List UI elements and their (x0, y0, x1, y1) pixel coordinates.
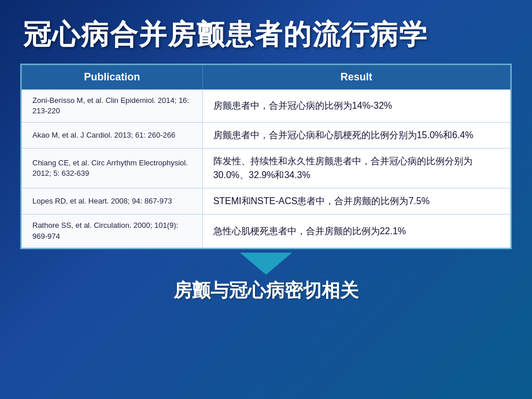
publication-cell: Chiang CE, et al. Circ Arrhythm Electrop… (22, 149, 203, 189)
publication-cell: Zoni-Berisso M, et al. Clin Epidemiol. 2… (22, 90, 203, 123)
table-row: Akao M, et al. J Cardiol. 2013; 61: 260-… (22, 123, 511, 149)
publication-cell: Lopes RD, et al. Heart. 2008; 94: 867-97… (22, 189, 203, 215)
result-cell: STEMI和NSTE-ACS患者中，合并房颤的比例为7.5% (202, 189, 510, 215)
result-cell: 急性心肌梗死患者中，合并房颤的比例为22.1% (202, 215, 510, 247)
table-row: Chiang CE, et al. Circ Arrhythm Electrop… (22, 149, 511, 189)
title-area: 冠心病合并房颤患者的流行病学 (0, 0, 532, 64)
data-table: Publication Result Zoni-Berisso M, et al… (21, 65, 511, 248)
bottom-text-area: 房颤与冠心病密切相关 (0, 278, 532, 304)
result-cell: 房颤患者中，合并冠心病的比例为14%-32% (202, 90, 510, 123)
table-row: Rathore SS, et al. Circulation. 2000; 10… (22, 215, 511, 247)
table-body: Zoni-Berisso M, et al. Clin Epidemiol. 2… (22, 90, 511, 248)
publication-cell: Akao M, et al. J Cardiol. 2013; 61: 260-… (22, 123, 203, 149)
header-result: Result (202, 65, 510, 90)
publication-cell: Rathore SS, et al. Circulation. 2000; 10… (22, 215, 203, 247)
arrow-area (0, 252, 532, 275)
data-table-container: Publication Result Zoni-Berisso M, et al… (20, 64, 512, 249)
result-cell: 房颤患者中，合并冠心病和心肌梗死的比例分别为15.0%和6.4% (202, 123, 510, 149)
main-title: 冠心病合并房颤患者的流行病学 (23, 16, 509, 53)
table-header-row: Publication Result (22, 65, 511, 90)
header-publication: Publication (22, 65, 203, 90)
down-arrow-icon (240, 253, 292, 275)
table-row: Lopes RD, et al. Heart. 2008; 94: 867-97… (22, 189, 511, 215)
result-cell: 阵发性、持续性和永久性房颤患者中，合并冠心病的比例分别为30.0%、32.9%和… (202, 149, 510, 189)
bottom-label: 房颤与冠心病密切相关 (173, 280, 359, 301)
table-row: Zoni-Berisso M, et al. Clin Epidemiol. 2… (22, 90, 511, 123)
